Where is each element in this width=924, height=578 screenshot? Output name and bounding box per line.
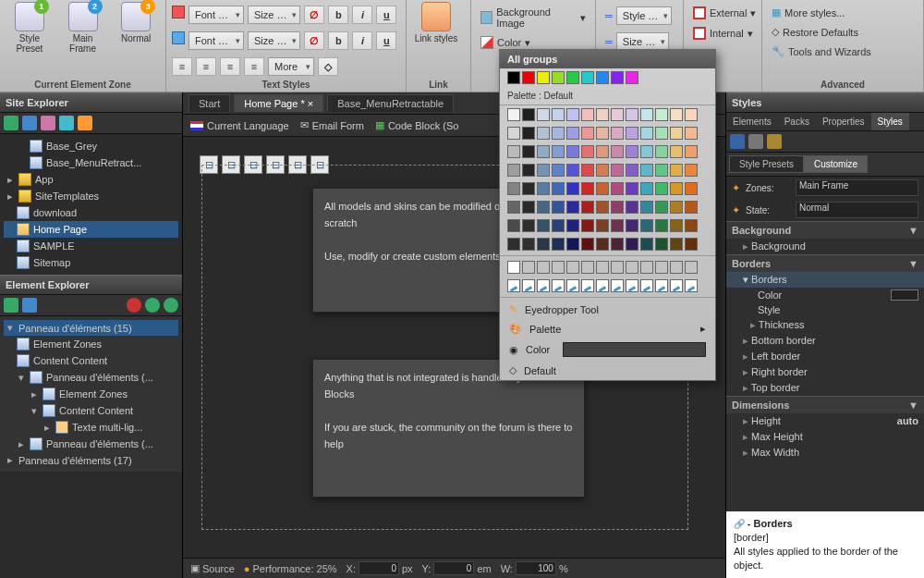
ee-refresh-icon[interactable]: [4, 298, 18, 313]
color-swatch[interactable]: [566, 71, 579, 84]
section-background[interactable]: Background▼: [726, 221, 924, 239]
section-borders[interactable]: Borders▼: [726, 254, 924, 272]
color-swatch[interactable]: [640, 127, 653, 140]
color-item[interactable]: ◉Color: [500, 338, 715, 361]
color-swatch[interactable]: [596, 201, 609, 214]
eyedropper-icon[interactable]: [537, 279, 550, 292]
color-swatch[interactable]: [685, 219, 698, 232]
more-styles-button[interactable]: ▦More styles...: [768, 6, 848, 19]
eyedropper-icon[interactable]: [552, 279, 565, 292]
color-swatch[interactable]: [655, 219, 668, 232]
color-swatch[interactable]: [537, 238, 550, 251]
prop-borders[interactable]: ▾ Borders: [726, 272, 924, 288]
color-swatch[interactable]: [581, 219, 594, 232]
color-swatch[interactable]: [522, 201, 535, 214]
seg-customize[interactable]: Customize: [804, 155, 868, 173]
color-swatch[interactable]: [670, 164, 683, 177]
align-justify-button[interactable]: ≡: [244, 57, 264, 76]
seg-presets[interactable]: Style Presets: [729, 155, 804, 173]
color-swatch[interactable]: [507, 127, 520, 140]
color-swatch[interactable]: [685, 108, 698, 121]
tree-item-home[interactable]: Home Page: [4, 221, 178, 238]
prop-background[interactable]: Background: [726, 239, 924, 254]
color-swatch[interactable]: [566, 261, 579, 274]
color-swatch[interactable]: [522, 261, 535, 274]
color-swatch[interactable]: [537, 164, 550, 177]
color-swatch[interactable]: [537, 108, 550, 121]
eyedropper-icon[interactable]: [566, 279, 579, 292]
ee-sync-icon[interactable]: [22, 298, 37, 313]
color-swatch[interactable]: [670, 145, 683, 158]
prop-left-border[interactable]: Left border: [726, 349, 924, 364]
state-select[interactable]: Normal: [796, 202, 918, 218]
color-swatch[interactable]: [581, 164, 594, 177]
reload-icon[interactable]: [22, 116, 37, 130]
color-swatch[interactable]: [626, 145, 638, 158]
color-swatch[interactable]: [670, 238, 683, 251]
color-swatch[interactable]: [522, 164, 535, 177]
color-swatch[interactable]: [581, 108, 594, 121]
color-swatch[interactable]: [552, 182, 565, 195]
color-swatch[interactable]: [596, 127, 609, 140]
color-swatch[interactable]: [537, 127, 550, 140]
color-swatch[interactable]: [685, 201, 698, 214]
color-swatch[interactable]: [626, 261, 638, 274]
eyedropper-icon[interactable]: [522, 279, 535, 292]
color-swatch[interactable]: [626, 201, 638, 214]
tab-packs[interactable]: Packs: [778, 113, 816, 130]
italic2-button[interactable]: i: [352, 31, 372, 50]
color-swatch[interactable]: [655, 145, 668, 158]
color-swatch[interactable]: [670, 127, 683, 140]
color-swatch[interactable]: [522, 219, 535, 232]
wand-icon[interactable]: [767, 134, 782, 149]
color-swatch[interactable]: [611, 182, 624, 195]
color-swatch[interactable]: [552, 145, 565, 158]
color-swatch[interactable]: [626, 108, 638, 121]
color-swatch[interactable]: [611, 201, 624, 214]
external-border-button[interactable]: External ▾: [689, 6, 760, 20]
font2-combo[interactable]: Font …: [188, 31, 244, 50]
color-swatch[interactable]: [552, 261, 565, 274]
normal-button[interactable]: 3Normal: [112, 2, 160, 43]
tree-item[interactable]: ▸SiteTemplates: [4, 188, 178, 204]
eyedropper-icon[interactable]: [581, 279, 594, 292]
prop-style[interactable]: Style: [726, 302, 924, 317]
color-swatch[interactable]: [596, 182, 609, 195]
color-swatch[interactable]: [655, 164, 668, 177]
color-swatch[interactable]: [611, 238, 624, 251]
main-frame-button[interactable]: 2Main Frame: [59, 2, 107, 54]
size-combo[interactable]: Size …: [248, 6, 300, 24]
eyedropper-icon[interactable]: [507, 279, 520, 292]
tab-elements[interactable]: Elements: [726, 113, 778, 130]
color-swatch[interactable]: [670, 201, 683, 214]
color-swatch[interactable]: [566, 182, 579, 195]
color-swatch[interactable]: [537, 71, 550, 84]
color-swatch[interactable]: [522, 182, 535, 195]
color-swatch[interactable]: [685, 145, 698, 158]
color-swatch[interactable]: [522, 127, 535, 140]
color-swatch[interactable]: [596, 145, 609, 158]
color-swatch[interactable]: [581, 238, 594, 251]
tab-home[interactable]: Home Page * ×: [234, 94, 323, 112]
tree-item[interactable]: ▾Panneau d'éléments (15): [4, 320, 178, 336]
color-swatch[interactable]: [566, 219, 579, 232]
color-swatch[interactable]: [626, 127, 638, 140]
ee-down-icon[interactable]: [145, 298, 160, 313]
prop-max-height[interactable]: Max Height: [726, 429, 924, 445]
prop-color[interactable]: Color: [726, 288, 924, 302]
eyedropper-icon[interactable]: [626, 279, 638, 292]
section-dimensions[interactable]: Dimensions▼: [726, 396, 924, 413]
color-swatch[interactable]: [566, 145, 579, 158]
tab-start[interactable]: Start: [188, 94, 230, 112]
home-icon[interactable]: [41, 116, 55, 130]
color-swatch[interactable]: [640, 219, 653, 232]
color-swatch[interactable]: [626, 71, 638, 84]
color-swatch[interactable]: [566, 238, 579, 251]
color-swatch[interactable]: [611, 261, 624, 274]
email-form-button[interactable]: ✉Email Form: [300, 119, 364, 131]
italic-button[interactable]: i: [352, 6, 372, 24]
color-swatch[interactable]: [522, 238, 535, 251]
ee-up-icon[interactable]: [164, 298, 178, 313]
spacing-style-combo[interactable]: ═Style …: [602, 6, 675, 26]
tree-item[interactable]: Base_Grey: [4, 138, 178, 154]
